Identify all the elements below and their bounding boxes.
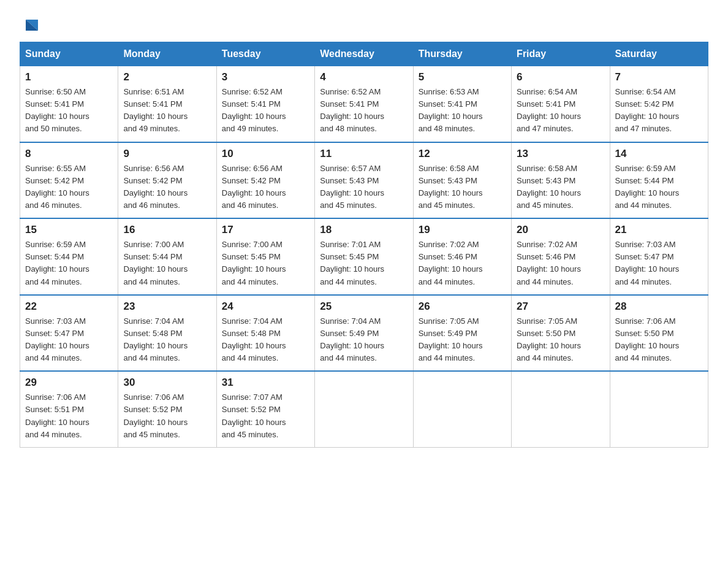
day-number: 7	[615, 71, 703, 83]
calendar-table: SundayMondayTuesdayWednesdayThursdayFrid…	[20, 42, 708, 448]
day-info: Sunrise: 7:00 AMSunset: 5:45 PMDaylight:…	[222, 239, 309, 288]
calendar-week-row: 1Sunrise: 6:50 AMSunset: 5:41 PMDaylight…	[20, 66, 708, 142]
day-info: Sunrise: 6:55 AMSunset: 5:42 PMDaylight:…	[25, 163, 113, 212]
header-wednesday: Wednesday	[315, 42, 413, 66]
header-sunday: Sunday	[20, 42, 118, 66]
calendar-week-row: 15Sunrise: 6:59 AMSunset: 5:44 PMDayligh…	[20, 218, 708, 295]
day-info: Sunrise: 6:56 AMSunset: 5:42 PMDaylight:…	[123, 163, 211, 212]
day-info: Sunrise: 6:59 AMSunset: 5:44 PMDaylight:…	[25, 239, 113, 288]
day-info: Sunrise: 6:57 AMSunset: 5:43 PMDaylight:…	[320, 163, 408, 212]
day-number: 29	[25, 377, 113, 389]
day-number: 6	[517, 71, 604, 83]
calendar-cell: 7Sunrise: 6:54 AMSunset: 5:42 PMDaylight…	[610, 66, 708, 142]
day-info: Sunrise: 7:05 AMSunset: 5:49 PMDaylight:…	[419, 315, 506, 365]
day-info: Sunrise: 7:04 AMSunset: 5:48 PMDaylight:…	[222, 315, 309, 365]
calendar-cell: 14Sunrise: 6:59 AMSunset: 5:44 PMDayligh…	[610, 142, 708, 219]
day-number: 4	[320, 71, 408, 83]
calendar-cell: 15Sunrise: 6:59 AMSunset: 5:44 PMDayligh…	[20, 218, 118, 295]
calendar-cell: 22Sunrise: 7:03 AMSunset: 5:47 PMDayligh…	[20, 295, 118, 372]
calendar-cell: 10Sunrise: 6:56 AMSunset: 5:42 PMDayligh…	[216, 142, 314, 219]
calendar-cell	[413, 371, 511, 447]
day-number: 16	[123, 224, 211, 236]
day-number: 9	[123, 148, 211, 160]
calendar-cell: 11Sunrise: 6:57 AMSunset: 5:43 PMDayligh…	[315, 142, 413, 219]
day-number: 28	[615, 301, 703, 313]
day-number: 18	[320, 224, 408, 236]
day-info: Sunrise: 6:53 AMSunset: 5:41 PMDaylight:…	[419, 86, 506, 136]
day-info: Sunrise: 6:54 AMSunset: 5:42 PMDaylight:…	[615, 86, 703, 136]
calendar-cell: 17Sunrise: 7:00 AMSunset: 5:45 PMDayligh…	[216, 218, 314, 295]
calendar-cell: 8Sunrise: 6:55 AMSunset: 5:42 PMDaylight…	[20, 142, 118, 219]
day-info: Sunrise: 6:58 AMSunset: 5:43 PMDaylight:…	[517, 163, 604, 212]
day-info: Sunrise: 7:06 AMSunset: 5:52 PMDaylight:…	[123, 391, 211, 441]
day-number: 8	[25, 148, 113, 160]
day-info: Sunrise: 7:02 AMSunset: 5:46 PMDaylight:…	[517, 239, 604, 288]
calendar-cell: 12Sunrise: 6:58 AMSunset: 5:43 PMDayligh…	[413, 142, 511, 219]
calendar-cell: 30Sunrise: 7:06 AMSunset: 5:52 PMDayligh…	[118, 371, 216, 447]
day-info: Sunrise: 6:56 AMSunset: 5:42 PMDaylight:…	[222, 163, 309, 212]
header-thursday: Thursday	[413, 42, 511, 66]
logo	[20, 15, 40, 32]
calendar-cell	[512, 371, 610, 447]
day-number: 14	[615, 148, 703, 160]
calendar-week-row: 8Sunrise: 6:55 AMSunset: 5:42 PMDaylight…	[20, 142, 708, 219]
page-header	[20, 15, 708, 32]
calendar-cell	[315, 371, 413, 447]
calendar-cell: 28Sunrise: 7:06 AMSunset: 5:50 PMDayligh…	[610, 295, 708, 372]
calendar-cell: 20Sunrise: 7:02 AMSunset: 5:46 PMDayligh…	[512, 218, 610, 295]
day-number: 10	[222, 148, 309, 160]
day-number: 15	[25, 224, 113, 236]
day-number: 30	[123, 377, 211, 389]
header-tuesday: Tuesday	[216, 42, 314, 66]
calendar-cell: 19Sunrise: 7:02 AMSunset: 5:46 PMDayligh…	[413, 218, 511, 295]
day-number: 5	[419, 71, 506, 83]
day-info: Sunrise: 6:51 AMSunset: 5:41 PMDaylight:…	[123, 86, 211, 136]
calendar-cell: 24Sunrise: 7:04 AMSunset: 5:48 PMDayligh…	[216, 295, 314, 372]
calendar-cell: 31Sunrise: 7:07 AMSunset: 5:52 PMDayligh…	[216, 371, 314, 447]
day-number: 12	[419, 148, 506, 160]
calendar-cell: 9Sunrise: 6:56 AMSunset: 5:42 PMDaylight…	[118, 142, 216, 219]
day-info: Sunrise: 6:58 AMSunset: 5:43 PMDaylight:…	[419, 163, 506, 212]
day-number: 31	[222, 377, 309, 389]
day-number: 27	[517, 301, 604, 313]
day-info: Sunrise: 7:02 AMSunset: 5:46 PMDaylight:…	[419, 239, 506, 288]
day-info: Sunrise: 6:52 AMSunset: 5:41 PMDaylight:…	[320, 86, 408, 136]
day-info: Sunrise: 7:05 AMSunset: 5:50 PMDaylight:…	[517, 315, 604, 365]
calendar-cell: 16Sunrise: 7:00 AMSunset: 5:44 PMDayligh…	[118, 218, 216, 295]
day-number: 11	[320, 148, 408, 160]
day-number: 21	[615, 224, 703, 236]
day-info: Sunrise: 6:59 AMSunset: 5:44 PMDaylight:…	[615, 163, 703, 212]
calendar-cell: 27Sunrise: 7:05 AMSunset: 5:50 PMDayligh…	[512, 295, 610, 372]
calendar-cell: 26Sunrise: 7:05 AMSunset: 5:49 PMDayligh…	[413, 295, 511, 372]
calendar-cell: 4Sunrise: 6:52 AMSunset: 5:41 PMDaylight…	[315, 66, 413, 142]
day-number: 26	[419, 301, 506, 313]
day-number: 19	[419, 224, 506, 236]
header-friday: Friday	[512, 42, 610, 66]
calendar-cell: 13Sunrise: 6:58 AMSunset: 5:43 PMDayligh…	[512, 142, 610, 219]
day-info: Sunrise: 6:54 AMSunset: 5:41 PMDaylight:…	[517, 86, 604, 136]
calendar-cell: 25Sunrise: 7:04 AMSunset: 5:49 PMDayligh…	[315, 295, 413, 372]
header-saturday: Saturday	[610, 42, 708, 66]
calendar-cell: 18Sunrise: 7:01 AMSunset: 5:45 PMDayligh…	[315, 218, 413, 295]
calendar-header-row: SundayMondayTuesdayWednesdayThursdayFrid…	[20, 42, 708, 66]
day-number: 23	[123, 301, 211, 313]
calendar-cell: 5Sunrise: 6:53 AMSunset: 5:41 PMDaylight…	[413, 66, 511, 142]
day-info: Sunrise: 7:04 AMSunset: 5:48 PMDaylight:…	[123, 315, 211, 365]
logo-icon	[21, 15, 40, 34]
day-number: 17	[222, 224, 309, 236]
day-info: Sunrise: 7:01 AMSunset: 5:45 PMDaylight:…	[320, 239, 408, 288]
calendar-cell	[610, 371, 708, 447]
calendar-week-row: 22Sunrise: 7:03 AMSunset: 5:47 PMDayligh…	[20, 295, 708, 372]
day-number: 25	[320, 301, 408, 313]
calendar-cell: 3Sunrise: 6:52 AMSunset: 5:41 PMDaylight…	[216, 66, 314, 142]
header-monday: Monday	[118, 42, 216, 66]
day-info: Sunrise: 6:52 AMSunset: 5:41 PMDaylight:…	[222, 86, 309, 136]
day-info: Sunrise: 7:03 AMSunset: 5:47 PMDaylight:…	[25, 315, 113, 365]
day-info: Sunrise: 7:00 AMSunset: 5:44 PMDaylight:…	[123, 239, 211, 288]
calendar-cell: 23Sunrise: 7:04 AMSunset: 5:48 PMDayligh…	[118, 295, 216, 372]
day-number: 22	[25, 301, 113, 313]
day-info: Sunrise: 7:03 AMSunset: 5:47 PMDaylight:…	[615, 239, 703, 288]
calendar-cell: 21Sunrise: 7:03 AMSunset: 5:47 PMDayligh…	[610, 218, 708, 295]
calendar-cell: 29Sunrise: 7:06 AMSunset: 5:51 PMDayligh…	[20, 371, 118, 447]
day-info: Sunrise: 7:06 AMSunset: 5:51 PMDaylight:…	[25, 391, 113, 441]
